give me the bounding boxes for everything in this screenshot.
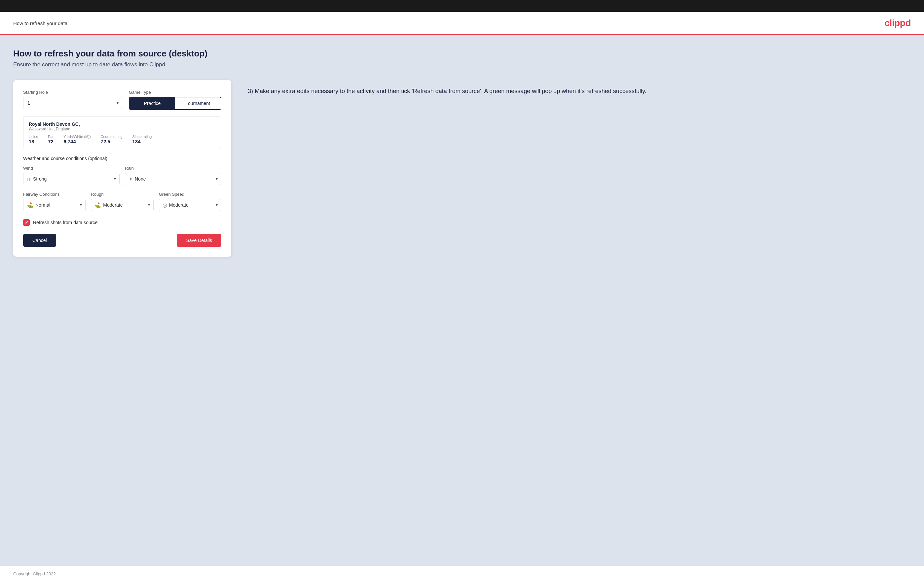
- course-rating-value: 72.5: [101, 139, 123, 144]
- wind-icon: ≋: [27, 176, 31, 182]
- stat-yards: Yards/White (M)) 6,744: [63, 135, 90, 144]
- page-heading: How to refresh your data from source (de…: [13, 48, 911, 59]
- par-value: 72: [48, 139, 53, 144]
- rain-group: Rain ✦ None Light Moderate Heavy ▾: [125, 166, 221, 185]
- wind-select-wrapper[interactable]: ≋ Strong None Light Moderate ▾: [23, 172, 120, 185]
- rain-label: Rain: [125, 166, 221, 171]
- course-name: Royal North Devon GC,: [29, 121, 216, 127]
- rough-group: Rough ⛳ Moderate Light Heavy ▾: [91, 192, 153, 211]
- rough-label: Rough: [91, 192, 153, 197]
- footer: Copyright Clippd 2022: [0, 566, 924, 577]
- page-subheading: Ensure the correct and most up to date d…: [13, 61, 911, 68]
- side-description: 3) Make any extra edits necessary to the…: [248, 87, 911, 96]
- green-speed-select[interactable]: Moderate Slow Fast: [169, 199, 222, 211]
- wind-label: Wind: [23, 166, 120, 171]
- header-title: How to refresh your data: [13, 21, 68, 26]
- stat-holes: Holes 18: [29, 135, 38, 144]
- refresh-checkbox-row: ✓ Refresh shots from data source: [23, 219, 221, 226]
- wind-rain-row: Wind ≋ Strong None Light Moderate ▾ Rain: [23, 166, 221, 185]
- rain-select[interactable]: None Light Moderate Heavy: [135, 173, 222, 185]
- footer-copyright: Copyright Clippd 2022: [13, 571, 56, 576]
- rain-select-wrapper[interactable]: ✦ None Light Moderate Heavy ▾: [125, 172, 221, 185]
- yards-value: 6,744: [63, 139, 90, 144]
- holes-value: 18: [29, 139, 38, 144]
- wind-select[interactable]: Strong None Light Moderate: [33, 173, 120, 185]
- course-stats: Holes 18 Par 72 Yards/White (M)) 6,744 C…: [29, 135, 216, 144]
- green-speed-select-wrapper[interactable]: ◎ Moderate Slow Fast ▾: [159, 199, 221, 211]
- slope-rating-label: Slope rating: [132, 135, 152, 139]
- conditions-row: Fairway Conditions ⛳ Normal Soft Firm ▾ …: [23, 192, 221, 211]
- green-speed-label: Green Speed: [159, 192, 221, 197]
- fairway-conditions-group: Fairway Conditions ⛳ Normal Soft Firm ▾: [23, 192, 86, 211]
- rain-icon: ✦: [129, 176, 133, 182]
- holes-label: Holes: [29, 135, 38, 139]
- starting-hole-select[interactable]: 1 10: [23, 97, 122, 109]
- fairway-icon: ⛳: [27, 202, 33, 208]
- card: Starting Hole 1 10 ▾ Game Type Practice …: [13, 80, 231, 257]
- save-button[interactable]: Save Details: [177, 234, 221, 247]
- game-type-group: Game Type Practice Tournament: [129, 90, 221, 110]
- rough-select-wrapper[interactable]: ⛳ Moderate Light Heavy ▾: [91, 199, 153, 211]
- stat-par: Par 72: [48, 135, 53, 144]
- logo: clippd: [885, 18, 911, 28]
- starting-hole-group: Starting Hole 1 10 ▾: [23, 90, 122, 110]
- rough-icon: ⛳: [94, 202, 101, 208]
- fairway-conditions-label: Fairway Conditions: [23, 192, 86, 197]
- checkmark-icon: ✓: [25, 220, 28, 225]
- game-type-toggle: Practice Tournament: [129, 97, 221, 110]
- rough-select[interactable]: Moderate Light Heavy: [103, 199, 153, 211]
- refresh-checkbox[interactable]: ✓: [23, 219, 30, 226]
- main-content: How to refresh your data from source (de…: [0, 35, 924, 566]
- top-form-row: Starting Hole 1 10 ▾ Game Type Practice …: [23, 90, 221, 110]
- cancel-button[interactable]: Cancel: [23, 234, 56, 247]
- content-row: Starting Hole 1 10 ▾ Game Type Practice …: [13, 80, 911, 257]
- green-speed-group: Green Speed ◎ Moderate Slow Fast ▾: [159, 192, 221, 211]
- course-location: Westward Ho!, England: [29, 127, 216, 131]
- yards-label: Yards/White (M)): [63, 135, 90, 139]
- practice-button[interactable]: Practice: [129, 97, 175, 109]
- header: How to refresh your data clippd: [0, 12, 924, 35]
- conditions-section-title: Weather and course conditions (optional): [23, 156, 221, 161]
- stat-slope-rating: Slope rating 134: [132, 135, 152, 144]
- par-label: Par: [48, 135, 53, 139]
- side-text: 3) Make any extra edits necessary to the…: [248, 80, 911, 96]
- refresh-checkbox-label[interactable]: Refresh shots from data source: [33, 220, 97, 225]
- course-rating-label: Course rating: [101, 135, 123, 139]
- green-speed-icon: ◎: [163, 202, 167, 208]
- top-bar: [0, 0, 924, 12]
- action-buttons: Cancel Save Details: [23, 234, 221, 247]
- starting-hole-label: Starting Hole: [23, 90, 122, 95]
- fairway-select[interactable]: Normal Soft Firm: [36, 199, 86, 211]
- tournament-button[interactable]: Tournament: [175, 97, 221, 109]
- fairway-select-wrapper[interactable]: ⛳ Normal Soft Firm ▾: [23, 199, 86, 211]
- slope-rating-value: 134: [132, 139, 152, 144]
- wind-group: Wind ≋ Strong None Light Moderate ▾: [23, 166, 120, 185]
- course-info: Royal North Devon GC, Westward Ho!, Engl…: [23, 116, 221, 149]
- stat-course-rating: Course rating 72.5: [101, 135, 123, 144]
- starting-hole-select-wrapper[interactable]: 1 10 ▾: [23, 97, 122, 109]
- game-type-label: Game Type: [129, 90, 221, 95]
